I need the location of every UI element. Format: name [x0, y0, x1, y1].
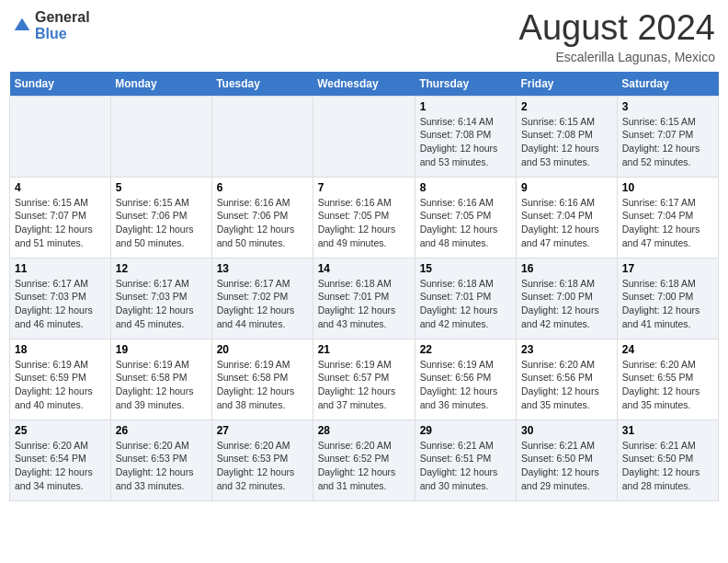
daylight-text: Daylight: 12 hours and 40 minutes. [15, 385, 93, 410]
calendar-cell: 27 Sunrise: 6:20 AM Sunset: 6:53 PM Dayl… [211, 419, 313, 500]
calendar-cell [211, 96, 313, 177]
day-number: 3 [622, 100, 713, 113]
day-number: 5 [116, 181, 207, 194]
sunrise-text: Sunrise: 6:20 AM [15, 440, 88, 451]
day-number: 10 [622, 181, 713, 194]
daylight-text: Daylight: 12 hours and 30 minutes. [420, 466, 498, 491]
day-content: Sunrise: 6:16 AM Sunset: 7:05 PM Dayligh… [420, 196, 511, 250]
calendar-cell [10, 96, 111, 177]
day-content: Sunrise: 6:19 AM Sunset: 6:58 PM Dayligh… [116, 358, 207, 412]
sunrise-text: Sunrise: 6:19 AM [116, 359, 189, 370]
sunrise-text: Sunrise: 6:16 AM [318, 197, 392, 208]
calendar-cell: 30 Sunrise: 6:21 AM Sunset: 6:50 PM Dayl… [517, 419, 618, 500]
daylight-text: Daylight: 12 hours and 32 minutes. [217, 466, 295, 491]
sunset-text: Sunset: 7:03 PM [15, 291, 86, 302]
daylight-text: Daylight: 12 hours and 35 minutes. [521, 385, 599, 410]
day-content: Sunrise: 6:15 AM Sunset: 7:06 PM Dayligh… [116, 196, 207, 250]
day-content: Sunrise: 6:21 AM Sunset: 6:50 PM Dayligh… [622, 439, 713, 493]
header-day-monday: Monday [110, 72, 211, 97]
calendar-cell: 23 Sunrise: 6:20 AM Sunset: 6:56 PM Dayl… [517, 339, 618, 419]
daylight-text: Daylight: 12 hours and 47 minutes. [622, 224, 700, 248]
calendar-cell: 15 Sunrise: 6:18 AM Sunset: 7:01 PM Dayl… [415, 258, 516, 339]
sunset-text: Sunset: 7:08 PM [420, 129, 492, 140]
day-content: Sunrise: 6:15 AM Sunset: 7:07 PM Dayligh… [622, 115, 713, 169]
daylight-text: Daylight: 12 hours and 51 minutes. [15, 224, 93, 248]
day-number: 24 [622, 343, 713, 356]
daylight-text: Daylight: 12 hours and 53 minutes. [420, 143, 498, 167]
sunset-text: Sunset: 7:01 PM [318, 291, 390, 302]
day-number: 6 [217, 181, 308, 194]
sunrise-text: Sunrise: 6:19 AM [318, 359, 392, 370]
daylight-text: Daylight: 12 hours and 43 minutes. [318, 304, 396, 329]
calendar-cell: 31 Sunrise: 6:21 AM Sunset: 6:50 PM Dayl… [617, 419, 718, 500]
sunset-text: Sunset: 6:58 PM [217, 372, 289, 383]
sunrise-text: Sunrise: 6:21 AM [420, 440, 494, 451]
daylight-text: Daylight: 12 hours and 41 minutes. [622, 304, 700, 329]
daylight-text: Daylight: 12 hours and 36 minutes. [420, 385, 498, 410]
sunrise-text: Sunrise: 6:19 AM [420, 359, 494, 370]
calendar-week-row: 18 Sunrise: 6:19 AM Sunset: 6:59 PM Dayl… [10, 339, 719, 419]
day-content: Sunrise: 6:15 AM Sunset: 7:07 PM Dayligh… [15, 196, 106, 250]
sunrise-text: Sunrise: 6:20 AM [622, 359, 696, 370]
day-content: Sunrise: 6:19 AM Sunset: 6:56 PM Dayligh… [420, 358, 511, 412]
day-content: Sunrise: 6:19 AM Sunset: 6:59 PM Dayligh… [15, 358, 106, 412]
day-number: 15 [420, 262, 511, 275]
day-number: 9 [521, 181, 612, 194]
day-content: Sunrise: 6:19 AM Sunset: 6:58 PM Dayligh… [217, 358, 308, 412]
sunset-text: Sunset: 7:05 PM [318, 210, 390, 221]
sunset-text: Sunset: 6:50 PM [521, 453, 593, 464]
sunrise-text: Sunrise: 6:14 AM [420, 116, 494, 127]
calendar-cell: 29 Sunrise: 6:21 AM Sunset: 6:51 PM Dayl… [415, 419, 516, 500]
day-content: Sunrise: 6:19 AM Sunset: 6:57 PM Dayligh… [318, 358, 410, 412]
day-number: 18 [15, 343, 106, 356]
sunrise-text: Sunrise: 6:18 AM [420, 278, 494, 289]
sunrise-text: Sunrise: 6:17 AM [622, 197, 696, 208]
sunset-text: Sunset: 7:03 PM [116, 291, 188, 302]
day-content: Sunrise: 6:17 AM Sunset: 7:02 PM Dayligh… [217, 277, 308, 331]
calendar-cell: 24 Sunrise: 6:20 AM Sunset: 6:55 PM Dayl… [617, 339, 718, 419]
sunrise-text: Sunrise: 6:16 AM [420, 197, 494, 208]
sunset-text: Sunset: 6:54 PM [15, 453, 86, 464]
daylight-text: Daylight: 12 hours and 33 minutes. [116, 466, 194, 491]
daylight-text: Daylight: 12 hours and 39 minutes. [116, 385, 194, 410]
daylight-text: Daylight: 12 hours and 35 minutes. [622, 385, 700, 410]
calendar-cell: 1 Sunrise: 6:14 AM Sunset: 7:08 PM Dayli… [415, 96, 516, 177]
sunrise-text: Sunrise: 6:20 AM [116, 440, 189, 451]
daylight-text: Daylight: 12 hours and 50 minutes. [217, 224, 295, 248]
sunset-text: Sunset: 7:07 PM [622, 129, 694, 140]
calendar-cell: 21 Sunrise: 6:19 AM Sunset: 6:57 PM Dayl… [313, 339, 415, 419]
header-day-saturday: Saturday [617, 72, 718, 97]
calendar-cell: 8 Sunrise: 6:16 AM Sunset: 7:05 PM Dayli… [415, 177, 516, 258]
sunset-text: Sunset: 7:04 PM [521, 210, 593, 221]
sunrise-text: Sunrise: 6:16 AM [217, 197, 290, 208]
calendar-week-row: 25 Sunrise: 6:20 AM Sunset: 6:54 PM Dayl… [10, 419, 719, 500]
day-number: 30 [521, 424, 612, 437]
daylight-text: Daylight: 12 hours and 50 minutes. [116, 224, 194, 248]
calendar-table: SundayMondayTuesdayWednesdayThursdayFrid… [9, 72, 719, 501]
calendar-cell: 20 Sunrise: 6:19 AM Sunset: 6:58 PM Dayl… [211, 339, 313, 419]
calendar-cell: 5 Sunrise: 6:15 AM Sunset: 7:06 PM Dayli… [110, 177, 211, 258]
sunset-text: Sunset: 6:52 PM [318, 453, 390, 464]
day-content: Sunrise: 6:14 AM Sunset: 7:08 PM Dayligh… [420, 115, 511, 169]
sunset-text: Sunset: 7:06 PM [217, 210, 289, 221]
sunrise-text: Sunrise: 6:17 AM [116, 278, 189, 289]
day-number: 28 [318, 424, 410, 437]
sunrise-text: Sunrise: 6:17 AM [15, 278, 88, 289]
calendar-cell: 10 Sunrise: 6:17 AM Sunset: 7:04 PM Dayl… [617, 177, 718, 258]
day-content: Sunrise: 6:20 AM Sunset: 6:54 PM Dayligh… [15, 439, 106, 493]
calendar-cell: 25 Sunrise: 6:20 AM Sunset: 6:54 PM Dayl… [10, 419, 111, 500]
daylight-text: Daylight: 12 hours and 34 minutes. [15, 466, 93, 491]
day-number: 11 [15, 262, 106, 275]
day-content: Sunrise: 6:16 AM Sunset: 7:04 PM Dayligh… [521, 196, 612, 250]
day-number: 16 [521, 262, 612, 275]
sunset-text: Sunset: 7:07 PM [15, 210, 86, 221]
sunrise-text: Sunrise: 6:21 AM [521, 440, 595, 451]
day-content: Sunrise: 6:15 AM Sunset: 7:08 PM Dayligh… [521, 115, 612, 169]
day-number: 22 [420, 343, 511, 356]
daylight-text: Daylight: 12 hours and 48 minutes. [420, 224, 498, 248]
sunrise-text: Sunrise: 6:21 AM [622, 440, 696, 451]
calendar-cell: 12 Sunrise: 6:17 AM Sunset: 7:03 PM Dayl… [110, 258, 211, 339]
calendar-cell: 17 Sunrise: 6:18 AM Sunset: 7:00 PM Dayl… [617, 258, 718, 339]
logo-text: General Blue [35, 9, 90, 42]
sunset-text: Sunset: 7:01 PM [420, 291, 492, 302]
